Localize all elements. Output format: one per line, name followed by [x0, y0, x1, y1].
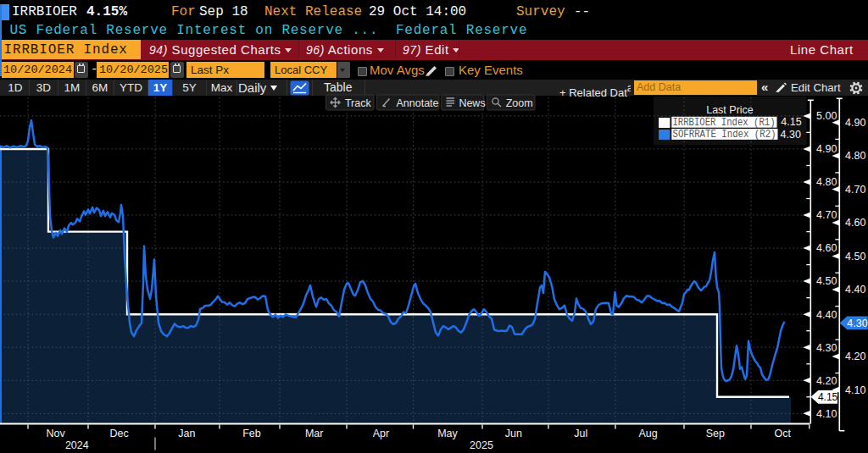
- svg-text:IRRBIOER Index (R1): IRRBIOER Index (R1): [673, 117, 776, 129]
- svg-text:News: News: [459, 97, 485, 109]
- svg-text:4.70: 4.70: [816, 209, 837, 221]
- svg-text:2024: 2024: [65, 439, 89, 451]
- svg-text:Oct: Oct: [774, 428, 791, 439]
- svg-text:4.60: 4.60: [845, 217, 865, 229]
- svg-text:4.15: 4.15: [818, 391, 838, 403]
- svg-text:4.40: 4.40: [816, 309, 837, 321]
- svg-text:4.15: 4.15: [781, 116, 801, 128]
- svg-text:4.90: 4.90: [816, 143, 837, 155]
- svg-text:4.50: 4.50: [816, 275, 837, 287]
- svg-text:4.30: 4.30: [847, 318, 867, 329]
- svg-text:4.30: 4.30: [816, 342, 837, 354]
- svg-text:5.00: 5.00: [816, 110, 837, 122]
- svg-text:4.20: 4.20: [816, 375, 837, 387]
- svg-text:2025: 2025: [470, 439, 493, 451]
- svg-text:4.20: 4.20: [845, 351, 865, 362]
- svg-text:Zoom: Zoom: [506, 97, 533, 109]
- svg-text:Dec: Dec: [110, 428, 129, 439]
- svg-text:4.40: 4.40: [845, 284, 865, 296]
- svg-text:Nov: Nov: [46, 428, 65, 439]
- svg-text:Mar: Mar: [305, 428, 324, 439]
- svg-text:4.60: 4.60: [816, 242, 837, 254]
- svg-text:Last Price: Last Price: [706, 104, 754, 116]
- svg-text:Jul: Jul: [574, 428, 587, 439]
- svg-text:Jun: Jun: [505, 428, 522, 439]
- svg-text:Apr: Apr: [373, 428, 389, 439]
- svg-text:4.10: 4.10: [845, 384, 865, 396]
- svg-text:4.90: 4.90: [845, 117, 865, 129]
- svg-text:4.30: 4.30: [781, 129, 801, 141]
- svg-text:Track: Track: [345, 97, 372, 109]
- svg-text:Aug: Aug: [638, 428, 657, 439]
- svg-text:4.10: 4.10: [816, 408, 837, 420]
- svg-text:Sep: Sep: [706, 428, 725, 439]
- svg-text:Annotate: Annotate: [397, 97, 439, 109]
- svg-text:SOFRRATE Index (R2): SOFRRATE Index (R2): [673, 129, 776, 141]
- svg-text:4.80: 4.80: [845, 150, 865, 162]
- svg-text:4.80: 4.80: [816, 176, 837, 188]
- svg-text:4.50: 4.50: [845, 251, 865, 262]
- svg-text:Feb: Feb: [242, 428, 261, 439]
- svg-text:May: May: [437, 428, 458, 439]
- svg-text:Jan: Jan: [178, 428, 195, 439]
- svg-text:4.70: 4.70: [845, 184, 865, 196]
